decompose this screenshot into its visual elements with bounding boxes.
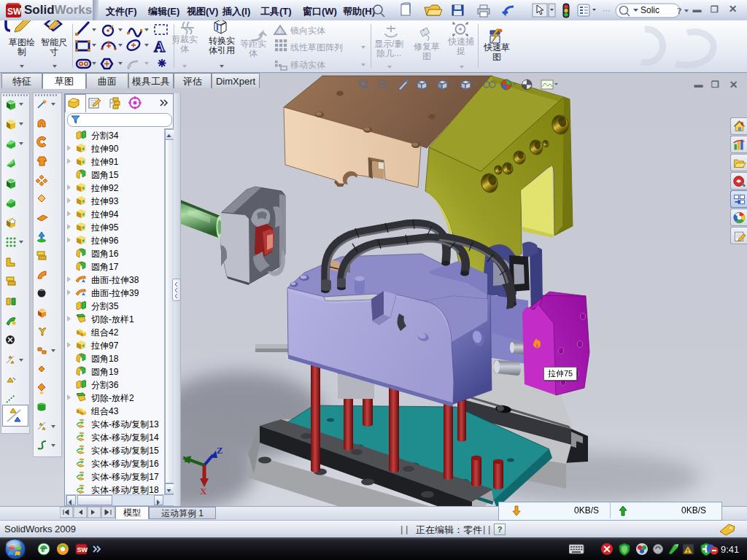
- svg-text:e: e: [42, 545, 45, 553]
- svg-text:⋯: ⋯: [603, 6, 611, 15]
- svg-text:!: !: [279, 28, 281, 35]
- svg-text:SW: SW: [7, 7, 21, 17]
- svg-text:A: A: [154, 38, 166, 55]
- svg-text:!: !: [687, 548, 689, 554]
- svg-text:?: ?: [677, 5, 682, 16]
- svg-text:Solic: Solic: [640, 5, 659, 15]
- svg-text:Z: Z: [217, 445, 223, 456]
- svg-text:Y: Y: [182, 454, 190, 464]
- svg-text:SW: SW: [77, 546, 88, 553]
- svg-text:X: X: [200, 486, 207, 497]
- svg-text:+: +: [422, 27, 425, 34]
